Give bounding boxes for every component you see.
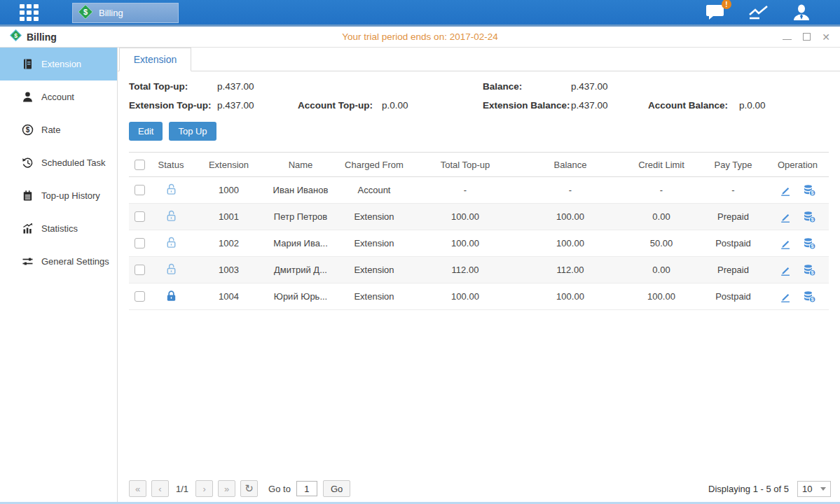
col-header-name: Name (266, 153, 336, 177)
go-button[interactable]: Go (323, 480, 350, 497)
general-settings-sliders-icon (22, 255, 34, 267)
account-topup-value: p.0.00 (382, 100, 483, 111)
row-checkbox[interactable] (135, 265, 145, 275)
goto-label: Go to (268, 484, 291, 494)
top-up-button[interactable]: Top Up (169, 122, 216, 141)
sidebar-item-label: Account (41, 92, 74, 102)
scheduled-task-clock-icon (22, 157, 34, 169)
cell-pay-type: Postpaid (700, 284, 766, 310)
edit-pencil-icon[interactable] (779, 290, 792, 303)
extension-balance-value: p.437.00 (571, 100, 648, 111)
sidebar-item-topup-history[interactable]: Top-up History (0, 179, 117, 212)
cell-extension: 1002 (192, 230, 266, 257)
app-launcher-icon[interactable] (20, 4, 39, 21)
user-account-icon[interactable] (792, 4, 811, 21)
sidebar: Extension Account $ Rate (0, 48, 118, 503)
cell-charged-from: Extension (336, 230, 413, 257)
tab-bar: Extension (118, 48, 840, 71)
monitor-chart-icon[interactable] (748, 5, 769, 20)
row-checkbox[interactable] (135, 291, 145, 302)
cell-total-topup: 100.00 (413, 204, 518, 230)
edit-pencil-icon[interactable] (779, 264, 792, 276)
cell-name: Мария Ива... (266, 230, 336, 257)
cell-total-topup: 100.00 (413, 284, 518, 310)
page-size-select[interactable]: 10 (797, 481, 831, 497)
table-row: 1004 Юрий Юрь... Extension 100.00 100.00… (129, 284, 829, 310)
sidebar-item-account[interactable]: Account (0, 80, 117, 113)
edit-pencil-icon[interactable] (779, 237, 792, 250)
minimize-button[interactable] (783, 34, 792, 40)
row-checkbox[interactable] (135, 211, 145, 222)
balance-value: p.437.00 (571, 81, 648, 92)
main-panel: Extension Total Top-up: p.437.00 Balance… (118, 48, 840, 503)
billing-gem-icon: $ (78, 4, 93, 22)
edit-pencil-icon[interactable] (779, 184, 792, 197)
cell-pay-type: Prepaid (700, 204, 766, 230)
col-header-credit-limit: Credit Limit (623, 153, 700, 177)
topup-coins-icon[interactable]: $ (803, 211, 816, 223)
sidebar-item-scheduled-task[interactable]: Scheduled Task (0, 146, 117, 179)
cell-balance: 100.00 (518, 284, 623, 310)
row-checkbox[interactable] (135, 238, 145, 248)
sidebar-item-general-settings[interactable]: General Settings (0, 245, 117, 278)
cell-credit-limit: 50.00 (623, 230, 700, 257)
status-lock-icon[interactable] (165, 209, 178, 223)
toolbar: Edit Top Up (118, 111, 840, 141)
status-lock-icon[interactable] (165, 183, 178, 196)
window-title: Billing (27, 31, 57, 43)
extension-ledger-icon (22, 58, 34, 70)
status-lock-icon[interactable] (165, 262, 178, 276)
taskbar-billing-tab[interactable]: $ Billing (72, 3, 179, 23)
cell-charged-from: Extension (336, 284, 413, 310)
goto-page-input[interactable] (296, 481, 317, 496)
topup-coins-icon[interactable]: $ (803, 184, 816, 197)
status-lock-icon[interactable] (165, 236, 178, 249)
topup-coins-icon[interactable]: $ (803, 264, 816, 276)
cell-credit-limit: - (623, 177, 700, 204)
account-topup-label: Account Top-up: (298, 100, 382, 111)
trial-notice: Your trial period ends on: 2017-02-24 (342, 31, 497, 42)
window-titlebar: $ Billing Your trial period ends on: 201… (0, 27, 840, 48)
cell-extension: 1003 (192, 257, 266, 284)
sidebar-item-extension[interactable]: Extension (0, 48, 117, 80)
tab-extension[interactable]: Extension (119, 48, 191, 71)
svg-text:$: $ (14, 32, 18, 39)
sidebar-item-label: Scheduled Task (41, 158, 106, 168)
close-button[interactable]: ✕ (822, 32, 830, 42)
account-person-icon (22, 91, 34, 103)
account-balance-label: Account Balance: (648, 100, 739, 111)
first-page-button[interactable]: « (129, 480, 146, 497)
next-page-button[interactable]: › (195, 480, 213, 497)
cell-pay-type: Prepaid (700, 257, 766, 284)
chevron-down-icon (820, 487, 826, 491)
refresh-icon[interactable]: ↻ (240, 480, 258, 497)
sidebar-item-rate[interactable]: $ Rate (0, 113, 117, 146)
table-row: 1003 Дмитрий Д... Extension 112.00 112.0… (129, 257, 829, 284)
sidebar-item-statistics[interactable]: Statistics (0, 212, 117, 245)
edit-pencil-icon[interactable] (779, 211, 792, 223)
balance-label: Balance: (483, 81, 571, 92)
cell-balance: 112.00 (518, 257, 623, 284)
col-header-charged-from: Charged From (336, 153, 413, 177)
maximize-button[interactable] (803, 33, 811, 41)
edit-button[interactable]: Edit (129, 122, 163, 141)
topup-history-notepad-icon (22, 190, 34, 202)
last-page-button[interactable]: » (218, 480, 235, 497)
topup-coins-icon[interactable]: $ (803, 290, 816, 303)
cell-extension: 1004 (192, 284, 266, 310)
statistics-chart-icon (22, 223, 34, 234)
row-checkbox[interactable] (135, 185, 145, 195)
messages-icon[interactable]: ! (705, 4, 725, 20)
select-all-checkbox[interactable] (135, 160, 145, 170)
topup-coins-icon[interactable]: $ (803, 237, 816, 250)
col-header-status: Status (150, 153, 192, 177)
status-lock-icon[interactable] (165, 289, 178, 302)
cell-balance: - (518, 177, 623, 204)
cell-total-topup: 100.00 (413, 230, 518, 257)
cell-balance: 100.00 (518, 204, 623, 230)
sidebar-item-label: General Settings (41, 256, 109, 267)
prev-page-button[interactable]: ‹ (151, 480, 169, 497)
table-row: 1001 Петр Петров Extension 100.00 100.00… (129, 204, 829, 230)
billing-app-icon: $ (10, 29, 22, 44)
sidebar-item-label: Statistics (41, 223, 78, 234)
